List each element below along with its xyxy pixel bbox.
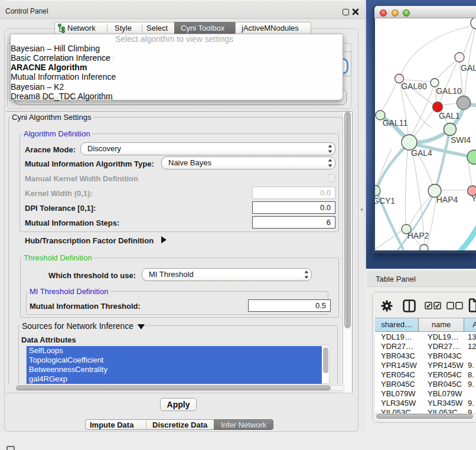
svg-text:GAL: GAL [461, 63, 476, 73]
svg-text:GAL4: GAL4 [411, 148, 432, 158]
svg-text:SWI4: SWI4 [451, 135, 471, 145]
svg-text:GAL1: GAL1 [439, 111, 460, 120]
svg-text:GCY1: GCY1 [375, 196, 395, 206]
svg-text:HAP2: HAP2 [407, 231, 429, 240]
svg-text:YM: YM [471, 194, 476, 203]
svg-text:GAL80: GAL80 [401, 81, 427, 91]
svg-text:HAP4: HAP4 [436, 195, 458, 204]
svg-text:GAL11: GAL11 [383, 118, 408, 128]
svg-text:GAL10: GAL10 [436, 86, 462, 96]
